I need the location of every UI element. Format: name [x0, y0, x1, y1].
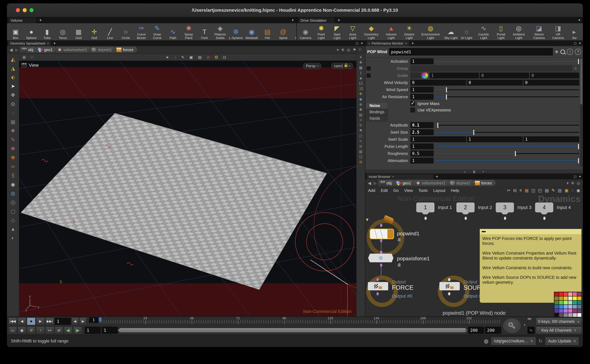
audio-icon[interactable]: ◉	[18, 326, 26, 334]
node-input-dot[interactable]	[376, 278, 379, 281]
shelf-tool[interactable]: ◈ Platonic Solids	[213, 24, 228, 40]
back-icon[interactable]: ◀	[367, 181, 372, 186]
color-swatch[interactable]	[559, 301, 563, 304]
wind-speed-field[interactable]: 1	[410, 87, 434, 93]
brush-select-icon[interactable]: ✎	[180, 55, 186, 60]
level-one-label[interactable]: 1	[360, 71, 362, 75]
windvel-x-field[interactable]: 0	[410, 80, 466, 85]
shelf-tool[interactable]: ✎ Draw Curve	[149, 24, 165, 40]
activation-field[interactable]: 1	[410, 58, 434, 64]
color-swatch[interactable]	[555, 301, 559, 304]
shelf-tool[interactable]: § Helix	[291, 24, 296, 40]
display-flag-icon[interactable]: ⚐	[359, 48, 362, 52]
flag-display-icon[interactable]: ⚑	[359, 129, 362, 133]
flipbook-icon[interactable]: ✪	[213, 55, 219, 60]
close-tab-icon[interactable]: ×	[405, 42, 407, 45]
color-swatch[interactable]	[573, 309, 577, 313]
color-swatch[interactable]	[577, 313, 582, 317]
reset-sim-icon[interactable]: ↺	[27, 326, 35, 334]
group-dropdown-icon[interactable]: ▾	[572, 65, 579, 71]
network-menu-item[interactable]: Help	[451, 188, 459, 193]
shelf-tool[interactable]: T Font	[197, 24, 212, 40]
shelf-tool[interactable]: ✺ Spray Paint	[181, 24, 196, 40]
help-icon[interactable]: ?	[575, 49, 581, 55]
zoom-window-icon[interactable]	[29, 8, 34, 12]
network-menu-item[interactable]: Layout	[433, 188, 445, 193]
cut-tools-icon[interactable]: ✂	[507, 188, 510, 193]
color-swatch[interactable]	[559, 292, 563, 296]
prev-frame-button[interactable]: ◀|	[72, 318, 79, 325]
shelf-tool[interactable]: ◆ Geometry Light	[361, 24, 382, 40]
add-display-icon[interactable]: ⊕	[359, 102, 362, 106]
input-dot[interactable]	[465, 217, 467, 220]
color-swatch[interactable]	[564, 301, 568, 304]
color-wheel-icon[interactable]	[422, 72, 428, 78]
remove-display-icon[interactable]: ⊖	[359, 144, 362, 148]
network-menu-item[interactable]: Go	[393, 188, 399, 193]
input-dot[interactable]	[543, 217, 546, 220]
ignore-mass-checkbox[interactable]	[410, 101, 415, 106]
range-end-field[interactable]: 200	[485, 327, 501, 334]
param-collapse-strip[interactable]: ▲▓▼	[365, 169, 583, 173]
roughness-field[interactable]: 0.5	[410, 150, 434, 156]
find-icon[interactable]: ◌	[571, 188, 574, 193]
amplitude-field[interactable]: 0.1	[410, 122, 434, 128]
node-popaxisforce1[interactable]: ❂	[368, 254, 393, 262]
network-boxes-icon[interactable]: ▤	[545, 188, 549, 193]
list-display-icon[interactable]: ▤	[359, 113, 362, 117]
group-enable-checkbox[interactable]	[367, 66, 371, 71]
node-name-label[interactable]: popaxisforce1	[397, 255, 430, 261]
knot-orange-icon[interactable]: ✾	[8, 153, 17, 162]
channel-waveform-icon[interactable]: ∿	[527, 326, 535, 334]
color-palette-icon[interactable]: ▦	[525, 188, 529, 193]
digits-label[interactable]: 12	[359, 81, 363, 85]
network-menu-item[interactable]: Tools	[418, 188, 428, 193]
color-swatch[interactable]	[573, 313, 577, 317]
net-path-menu-icon[interactable]: ▾	[567, 181, 569, 185]
translate-tool-icon[interactable]: ✥	[8, 91, 17, 99]
diamond-tool-icon[interactable]: ◇	[8, 216, 17, 224]
shelf-tool[interactable]: ☁ Sky Light	[443, 24, 459, 40]
attenuation-field[interactable]: 1	[410, 158, 434, 163]
color-swatch[interactable]	[559, 297, 563, 300]
plus-display-icon[interactable]: ✚	[359, 108, 362, 111]
swirl-scale-x-field[interactable]: 1	[410, 136, 466, 142]
color-swatch[interactable]	[577, 301, 582, 304]
update-mode-dropdown[interactable]: Auto Update⇅	[545, 337, 579, 345]
camera-list-icon[interactable]: ▤	[197, 55, 203, 60]
frame-tool-icon[interactable]: ▢	[8, 207, 17, 215]
swirl-size-field[interactable]: 2.5	[410, 129, 434, 135]
color-swatch[interactable]	[564, 297, 568, 300]
select-tool-icon[interactable]: ➤	[8, 82, 17, 90]
attenuation-slider[interactable]	[436, 158, 579, 163]
search-icon[interactable]	[560, 49, 565, 54]
use-vexpressions-checkbox[interactable]	[410, 108, 415, 112]
realtime-toggle-icon[interactable]: ◔	[36, 326, 45, 334]
shelf-tool[interactable]: ● Sphere	[24, 24, 39, 40]
windvel-z-field[interactable]: 0	[523, 80, 579, 85]
activation-slider[interactable]	[436, 58, 579, 64]
info-display-icon[interactable]: ⓘ	[359, 155, 362, 159]
jump-start-button[interactable]: |◀◀	[8, 318, 17, 325]
points-display-icon[interactable]: ◉	[359, 97, 362, 101]
lasso-select-icon[interactable]: ◌	[173, 55, 177, 60]
breadcrumb-item[interactable]: vellumsolver1	[56, 46, 91, 53]
shelf-tool[interactable]: ◎ Ambient Light	[509, 24, 528, 40]
shelf-tool[interactable]: ▮ Tube	[39, 24, 55, 40]
channel-scope-icon[interactable]	[527, 318, 535, 325]
snap-grid-icon[interactable]: ⊞	[21, 55, 27, 60]
scale-tool-icon[interactable]: ▦	[8, 117, 17, 126]
color-swatch[interactable]	[564, 305, 568, 309]
color-swatch[interactable]	[568, 297, 572, 300]
input-connector-2[interactable]: 2Input 2	[456, 202, 492, 212]
path-menu-icon[interactable]: ▾	[337, 48, 339, 52]
context-path-dropdown[interactable]: /obj/geo1/vellum…⇅	[491, 337, 536, 345]
shelf-menu-icon[interactable]: ▾	[576, 18, 583, 22]
stop-button[interactable]: ■	[27, 318, 35, 325]
key-options-icon[interactable]: ⇄	[55, 326, 63, 334]
shelf-tool[interactable]: ◨ VR Camera	[550, 24, 566, 40]
new-pane-tab-button[interactable]: +	[52, 41, 58, 46]
globe-tool-icon[interactable]: ◍	[8, 189, 17, 198]
guide-enable-checkbox[interactable]	[367, 73, 371, 78]
network-canvas[interactable]: Non-Commercial Edition Dynamics 1Input 1…	[365, 194, 583, 309]
